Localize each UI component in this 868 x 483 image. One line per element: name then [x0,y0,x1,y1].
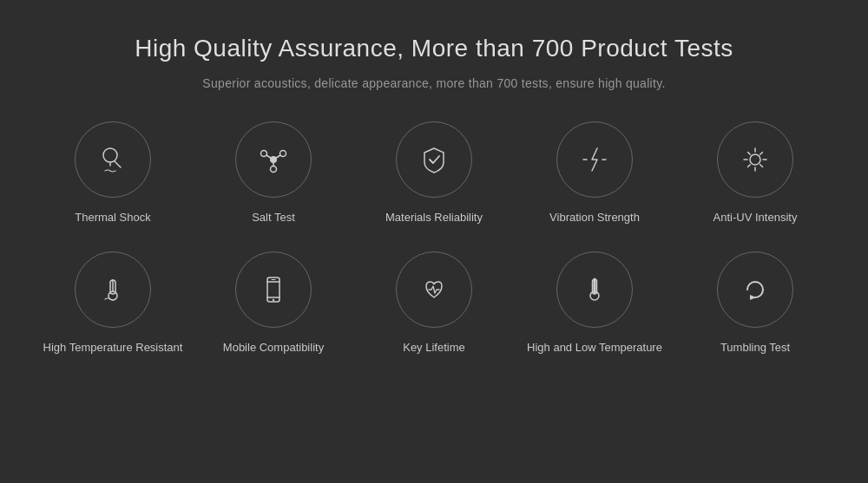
svg-line-18 [760,165,763,167]
svg-line-19 [760,153,763,155]
svg-point-0 [103,148,117,162]
svg-marker-32 [750,295,756,300]
icon-item-vibration-strength: Vibration Strength [515,121,675,225]
anti-uv-label: Anti-UV Intensity [713,210,798,225]
svg-point-6 [271,166,277,173]
high-temp-label: High Temperature Resistant [43,340,183,356]
subtitle: Superior acoustics, delicate appearance,… [202,76,665,90]
salt-test-icon [257,143,290,176]
icon-item-thermal-shock: Thermal Shock [33,121,194,225]
thermal-shock-icon [96,143,129,176]
anti-uv-circle [717,121,793,198]
page-container: High Quality Assurance, More than 700 Pr… [0,0,868,483]
thermal-shock-circle [75,121,151,198]
icon-item-tumbling-test: Tumbling Test [675,251,836,356]
high-temp-circle [75,251,151,328]
high-low-temp-label: High and Low Temperature [527,340,662,356]
tumbling-test-label: Tumbling Test [720,340,790,356]
salt-test-label: Salt Test [252,210,295,225]
key-lifetime-label: Key Lifetime [403,340,465,356]
materials-reliability-circle [396,121,472,198]
svg-line-17 [748,153,751,155]
svg-line-8 [276,155,281,159]
icon-item-salt-test: Salt Test [194,121,354,225]
key-lifetime-icon [418,273,450,306]
svg-point-3 [270,156,277,163]
icon-item-high-low-temp: High and Low Temperature [515,251,675,356]
tumbling-test-circle [717,251,793,328]
materials-reliability-icon [418,143,450,176]
icon-item-anti-uv: Anti-UV Intensity [675,121,836,225]
icons-row-1: Thermal Shock Salt Test [17,121,851,225]
svg-line-20 [748,165,751,167]
tumbling-test-icon [739,273,772,306]
vibration-strength-circle [556,121,633,198]
vibration-strength-icon [578,143,611,176]
vibration-strength-label: Vibration Strength [549,210,640,225]
high-temperature-resistant-icon [96,273,129,306]
mobile-compat-circle [235,251,312,328]
svg-line-1 [115,162,122,168]
high-low-temp-circle [556,251,633,328]
mobile-compatibility-icon [257,273,290,306]
anti-uv-intensity-icon [739,143,772,176]
main-title: High Quality Assurance, More than 700 Pr… [135,35,733,62]
icon-item-mobile-compat: Mobile Compatibility [194,251,354,356]
high-low-temperature-icon [578,273,611,306]
svg-line-7 [266,155,272,159]
icon-item-key-lifetime: Key Lifetime [354,251,515,356]
thermal-shock-label: Thermal Shock [75,210,150,225]
icon-item-materials-reliability: Materials Reliability [354,121,515,225]
key-lifetime-circle [396,251,472,328]
mobile-compat-label: Mobile Compatibility [223,340,324,356]
icons-row-2: High Temperature Resistant Mobile Compat… [17,251,851,356]
svg-rect-24 [267,277,279,302]
icon-item-high-temp: High Temperature Resistant [33,251,194,356]
svg-point-27 [273,299,274,301]
materials-reliability-label: Materials Reliability [385,210,483,225]
salt-test-circle [235,121,312,198]
svg-point-12 [750,154,760,165]
